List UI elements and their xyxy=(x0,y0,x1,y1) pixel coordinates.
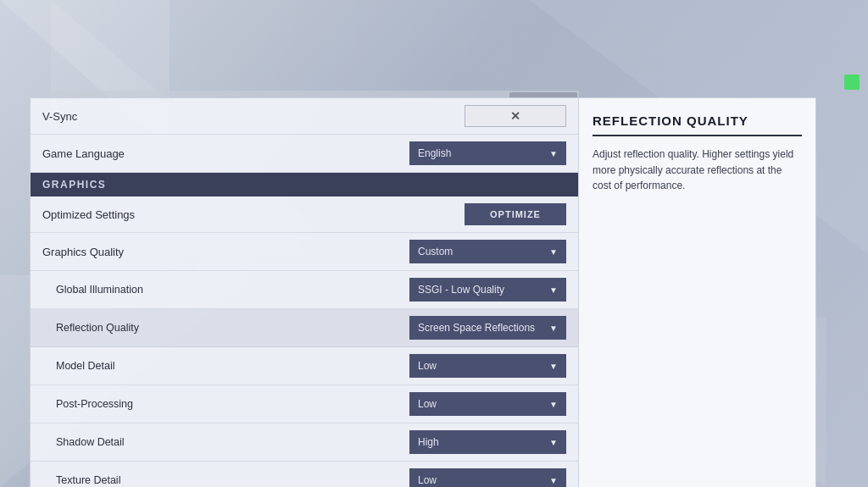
dropdown-arrow-gq: ▼ xyxy=(549,247,558,257)
texture-detail-dropdown[interactable]: Low ▼ xyxy=(409,468,566,487)
game-language-value: English xyxy=(418,147,451,159)
graphics-section-header: GRAPHICS xyxy=(31,173,578,196)
status-indicator xyxy=(844,75,860,90)
dropdown-arrow-gi: ▼ xyxy=(549,285,558,295)
vsync-row: V-Sync ✕ xyxy=(31,98,578,135)
reflection-quality-dropdown[interactable]: Screen Space Reflections ▼ xyxy=(409,316,566,340)
post-processing-row: Post-Processing Low ▼ xyxy=(31,385,578,423)
info-description: Adjust reflection quality. Higher settin… xyxy=(593,147,802,194)
global-illumination-label: Global Illumination xyxy=(42,284,143,296)
dropdown-arrow-rq: ▼ xyxy=(549,324,558,333)
game-language-row: Game Language English ▼ xyxy=(31,135,578,173)
global-illumination-dropdown[interactable]: SSGI - Low Quality ▼ xyxy=(409,278,566,302)
model-detail-label: Model Detail xyxy=(42,360,114,372)
global-illumination-value: SSGI - Low Quality xyxy=(418,284,504,296)
info-panel: REFLECTION QUALITY Adjust reflection qua… xyxy=(579,97,816,487)
graphics-quality-dropdown[interactable]: Custom ▼ xyxy=(409,240,566,263)
info-title: REFLECTION QUALITY xyxy=(593,113,802,136)
vsync-label: V-Sync xyxy=(42,110,77,123)
model-detail-row: Model Detail Low ▼ xyxy=(31,347,578,385)
game-language-dropdown[interactable]: English ▼ xyxy=(409,141,566,165)
model-detail-dropdown[interactable]: Low ▼ xyxy=(409,354,566,378)
optimize-label: Optimized Settings xyxy=(42,208,135,221)
reflection-quality-row: Reflection Quality Screen Space Reflecti… xyxy=(31,309,578,347)
graphics-header-text: GRAPHICS xyxy=(42,179,106,191)
vsync-button[interactable]: ✕ xyxy=(465,105,566,127)
global-illumination-row: Global Illumination SSGI - Low Quality ▼ xyxy=(31,271,578,309)
optimize-button[interactable]: OPTIMIZE xyxy=(465,203,566,225)
shadow-detail-row: Shadow Detail High ▼ xyxy=(31,423,578,462)
dropdown-arrow-pp: ▼ xyxy=(549,400,558,409)
texture-detail-value: Low xyxy=(418,474,437,486)
texture-detail-label: Texture Detail xyxy=(42,474,120,486)
graphics-quality-label: Graphics Quality xyxy=(42,246,124,258)
reflection-quality-label: Reflection Quality xyxy=(42,322,139,334)
optimize-row: Optimized Settings OPTIMIZE xyxy=(31,196,578,233)
shadow-detail-label: Shadow Detail xyxy=(42,436,125,448)
shadow-detail-dropdown[interactable]: High ▼ xyxy=(409,430,566,454)
post-processing-dropdown[interactable]: Low ▼ xyxy=(409,392,566,416)
dropdown-arrow-md: ▼ xyxy=(549,362,558,371)
settings-panel: V-Sync ✕ Game Language English ▼ GRAPHIC… xyxy=(30,97,579,487)
main-container: V-Sync ✕ Game Language English ▼ GRAPHIC… xyxy=(30,97,816,487)
graphics-quality-value: Custom xyxy=(418,246,453,257)
post-processing-label: Post-Processing xyxy=(42,398,133,410)
dropdown-arrow-language: ▼ xyxy=(549,149,558,158)
texture-detail-row: Texture Detail Low ▼ xyxy=(31,462,578,487)
model-detail-value: Low xyxy=(418,360,437,372)
dropdown-arrow-sd: ▼ xyxy=(549,438,558,447)
vsync-symbol: ✕ xyxy=(510,109,520,123)
optimize-btn-text: OPTIMIZE xyxy=(490,209,541,219)
shadow-detail-value: High xyxy=(418,436,439,448)
game-language-label: Game Language xyxy=(42,147,125,160)
graphics-quality-row: Graphics Quality Custom ▼ xyxy=(31,233,578,271)
reflection-quality-value: Screen Space Reflections xyxy=(418,322,535,334)
post-processing-value: Low xyxy=(418,398,437,410)
dropdown-arrow-td: ▼ xyxy=(549,476,558,485)
